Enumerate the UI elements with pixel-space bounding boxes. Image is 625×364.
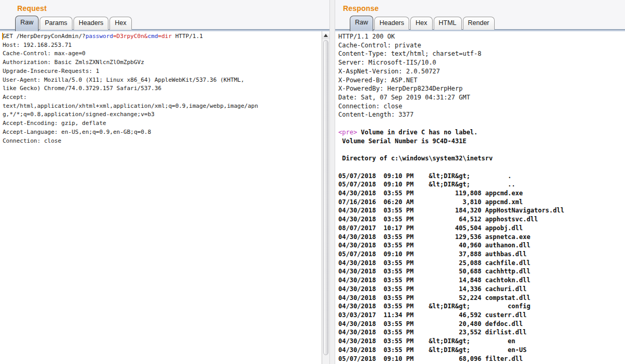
response-tab-hex[interactable]: Hex: [410, 17, 432, 30]
text-line: 04/30/2018 03:55 PM &lt;DIR&gt; en-US: [338, 346, 623, 355]
text-line: Authorization: Basic ZmlsZXNlcnZlOmZpbGV…: [3, 58, 320, 67]
text-line: 04/30/2018 03:55 PM 20,480 defdoc.dll: [338, 320, 623, 329]
text-cursor: [2, 33, 3, 40]
text-line: 07/16/2016 06:20 AM 3,810 appcmd.xml: [338, 198, 623, 207]
text-line: [338, 119, 623, 128]
response-panel-title: Response: [343, 4, 379, 12]
text-line: Date: Sat, 07 Sep 2019 04:31:27 GMT: [338, 93, 623, 102]
text-line: [338, 145, 623, 154]
response-panel-header: Response RawHeadersHexHTMLRender: [335, 0, 625, 31]
text-line: Host: 192.168.253.71: [3, 41, 320, 50]
text-line: HTTP/1.1 200 OK: [338, 32, 623, 41]
panel-divider[interactable]: [329, 0, 335, 364]
text-line: 04/30/2018 03:55 PM 50,688 cachhttp.dll: [338, 267, 623, 276]
text-line: 04/30/2018 03:55 PM &lt;DIR&gt; en: [338, 337, 623, 346]
text-line: 04/30/2018 03:55 PM &lt;DIR&gt; config: [338, 302, 623, 311]
text-line: X-Powered-By: ASP.NET: [338, 76, 623, 85]
response-tab-raw[interactable]: Raw: [350, 16, 373, 31]
response-raw-text[interactable]: HTTP/1.1 200 OKCache-Control: privateCon…: [335, 31, 625, 363]
response-tab-headers[interactable]: Headers: [374, 17, 409, 30]
text-line: 04/30/2018 03:55 PM 129,536 aspnetca.exe: [338, 233, 623, 242]
text-line: 04/30/2018 03:55 PM 25,088 cachfile.dll: [338, 259, 623, 268]
request-panel: Request RawParamsHeadersHex GET /HerpDer…: [0, 0, 329, 364]
text-line: GET /HerpDerpyConAdmin/?password=D3rpyC0…: [3, 32, 320, 41]
text-line: 04/30/2018 03:55 PM 40,960 authanon.dll: [338, 241, 623, 250]
text-line: Content-Length: 3377: [338, 110, 623, 119]
text-line: Directory of c:\windows\system32\inetsrv: [338, 154, 623, 163]
text-line: Accept-Language: en-US,en;q=0.9,en-GB;q=…: [3, 128, 320, 137]
text-line: 04/30/2018 03:55 PM 14,336 cachuri.dll: [338, 285, 623, 294]
text-line: X-PoweredBy: HerpDerp8234DerpHerp: [338, 84, 623, 93]
request-panel-title: Request: [17, 4, 47, 12]
text-line: Cache-Control: max-age=0: [3, 49, 320, 58]
text-line: Server: Microsoft-IIS/10.0: [338, 58, 623, 67]
request-tab-raw[interactable]: Raw: [15, 16, 39, 31]
request-tab-hex[interactable]: Hex: [109, 17, 131, 30]
text-line: User-Agent: Mozilla/5.0 (X11; Linux x86_…: [3, 76, 320, 85]
text-line: 05/07/2018 09:10 PM &lt;DIR&gt; ..: [338, 180, 623, 189]
text-line: 04/30/2018 03:55 PM 23,552 dirlist.dll: [338, 328, 623, 337]
text-line: text/html,application/xhtml+xml,applicat…: [3, 102, 320, 111]
response-viewer[interactable]: HTTP/1.1 200 OKCache-Control: privateCon…: [335, 31, 625, 364]
text-line: Connection: close: [338, 102, 623, 111]
scroll-up-button[interactable]: [322, 31, 329, 39]
text-line: 05/07/2018 09:10 PM 37,888 authbas.dll: [338, 250, 623, 259]
text-line: like Gecko) Chrome/74.0.3729.157 Safari/…: [3, 84, 320, 93]
request-scrollbar-thumb[interactable]: [323, 40, 328, 355]
text-line: Accept-Encoding: gzip, deflate: [3, 119, 320, 128]
text-line: g,*/*;q=0.8,application/signed-exchange;…: [3, 110, 320, 119]
response-tab-html[interactable]: HTML: [434, 17, 462, 30]
text-line: 04/30/2018 03:55 PM 184,320 AppHostNavig…: [338, 206, 623, 215]
request-tab-params[interactable]: Params: [40, 17, 72, 30]
request-panel-header: Request RawParamsHeadersHex: [0, 0, 329, 31]
text-line: Upgrade-Insecure-Requests: 1: [3, 67, 320, 76]
request-raw-text[interactable]: GET /HerpDerpyConAdmin/?password=D3rpyC0…: [0, 31, 329, 145]
request-tab-bar: RawParamsHeadersHex: [15, 16, 133, 31]
text-line: 05/07/2018 09:10 PM 68,096 filter.dll: [338, 355, 623, 363]
response-panel: Response RawHeadersHexHTMLRender HTTP/1.…: [335, 0, 625, 364]
text-line: 04/30/2018 03:55 PM 64,512 apphostsvc.dl…: [338, 215, 623, 224]
text-line: [338, 163, 623, 172]
text-line: Volume Serial Number is 9C4D-431E: [338, 137, 623, 146]
response-tab-bar: RawHeadersHexHTMLRender: [350, 16, 496, 31]
text-line: Content-Type: text/html; charset=utf-8: [338, 49, 623, 58]
response-tab-render[interactable]: Render: [463, 17, 495, 30]
text-line: <pre> Volume in drive C has no label.: [338, 128, 623, 137]
text-line: X-AspNet-Version: 2.0.50727: [338, 67, 623, 76]
text-line: 04/30/2018 03:55 PM 14,848 cachtokn.dll: [338, 276, 623, 285]
request-tab-headers[interactable]: Headers: [73, 17, 108, 30]
text-line: 03/03/2017 11:34 PM 46,592 custerr.dll: [338, 311, 623, 320]
text-line: Accept:: [3, 93, 320, 102]
text-line: 05/07/2018 09:10 PM &lt;DIR&gt; .: [338, 172, 623, 181]
text-line: 04/30/2018 03:55 PM 52,224 compstat.dll: [338, 294, 623, 303]
request-scrollbar[interactable]: [322, 31, 329, 364]
arrow-up-icon: [324, 34, 328, 37]
text-line: Cache-Control: private: [338, 41, 623, 50]
text-line: 04/30/2018 03:55 PM 119,808 appcmd.exe: [338, 189, 623, 198]
text-line: Connection: close: [3, 137, 320, 146]
request-editor[interactable]: GET /HerpDerpyConAdmin/?password=D3rpyC0…: [0, 31, 329, 364]
text-line: 08/07/2017 10:17 PM 405,504 appobj.dll: [338, 224, 623, 233]
